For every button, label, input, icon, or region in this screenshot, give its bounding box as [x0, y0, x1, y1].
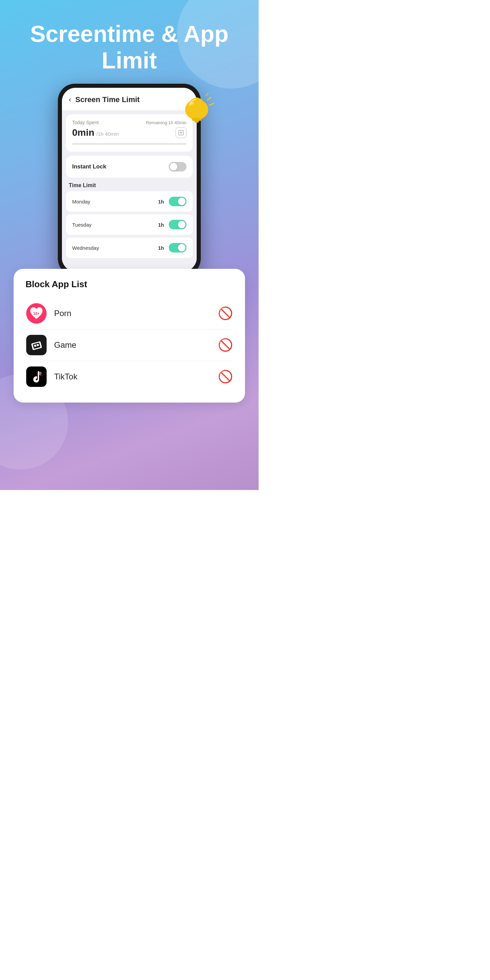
app-name-game: Game	[54, 340, 218, 350]
edit-button[interactable]	[176, 127, 186, 138]
game-icon	[25, 334, 47, 356]
phone-area: ‹ Screen Time Limit Today Spent Remainin…	[48, 84, 211, 275]
day-hours: 1h	[158, 245, 164, 251]
screen-header: ‹ Screen Time Limit	[62, 88, 197, 110]
instant-lock-label: Instant Lock	[72, 163, 106, 170]
time-total: /1h 40min	[96, 131, 119, 137]
time-spent: 0min	[72, 127, 94, 138]
phone-screen: ‹ Screen Time Limit Today Spent Remainin…	[62, 88, 197, 272]
svg-line-5	[209, 103, 214, 105]
time-limit-label: Time Limit	[66, 182, 192, 189]
block-app-title: Block App List	[25, 279, 233, 290]
svg-point-2	[194, 118, 199, 123]
app-row-tiktok: TikTok 🚫	[25, 361, 233, 392]
today-label: Today Spent	[72, 120, 99, 125]
screen-title: Screen Time Limit	[75, 95, 140, 104]
wednesday-toggle[interactable]	[169, 243, 186, 253]
app-name-porn: Porn	[54, 309, 218, 318]
svg-line-4	[208, 97, 211, 100]
app-name-tiktok: TikTok	[54, 372, 218, 382]
progress-bar	[72, 143, 186, 145]
instant-lock-toggle[interactable]	[169, 162, 186, 172]
block-icon-tiktok: 🚫	[218, 369, 233, 384]
day-row-monday: Monday 1h	[66, 191, 192, 212]
today-spent-card: Today Spent Remaining:1h 40min 0min /1h …	[66, 115, 192, 152]
porn-icon: 18+	[25, 302, 47, 324]
day-hours: 1h	[158, 199, 164, 205]
tuesday-toggle[interactable]	[169, 220, 186, 229]
time-limit-section: Time Limit Monday 1h Tuesday 1h	[62, 178, 197, 262]
hero-title: Screentime & App Limit	[0, 21, 259, 73]
bell-decoration	[177, 86, 218, 127]
back-button[interactable]: ‹	[69, 95, 71, 104]
block-app-list-card: Block App List 18+ Porn 🚫	[14, 269, 245, 402]
block-icon-porn: 🚫	[218, 306, 233, 321]
day-row-wednesday: Wednesday 1h	[66, 237, 192, 258]
svg-line-6	[206, 93, 208, 96]
day-name: Monday	[72, 199, 90, 205]
block-icon-game: 🚫	[218, 338, 233, 352]
day-name: Wednesday	[72, 245, 99, 251]
day-hours: 1h	[158, 222, 164, 228]
day-name: Tuesday	[72, 222, 92, 228]
day-row-tuesday: Tuesday 1h	[66, 215, 192, 235]
background: Screentime & App Limit	[0, 0, 259, 490]
monday-toggle[interactable]	[169, 197, 186, 206]
app-row-game: Game 🚫	[25, 329, 233, 361]
time-display: 0min /1h 40min	[72, 127, 119, 138]
app-row-porn: 18+ Porn 🚫	[25, 298, 233, 329]
tiktok-icon	[25, 366, 47, 388]
instant-lock-card: Instant Lock	[66, 156, 192, 178]
